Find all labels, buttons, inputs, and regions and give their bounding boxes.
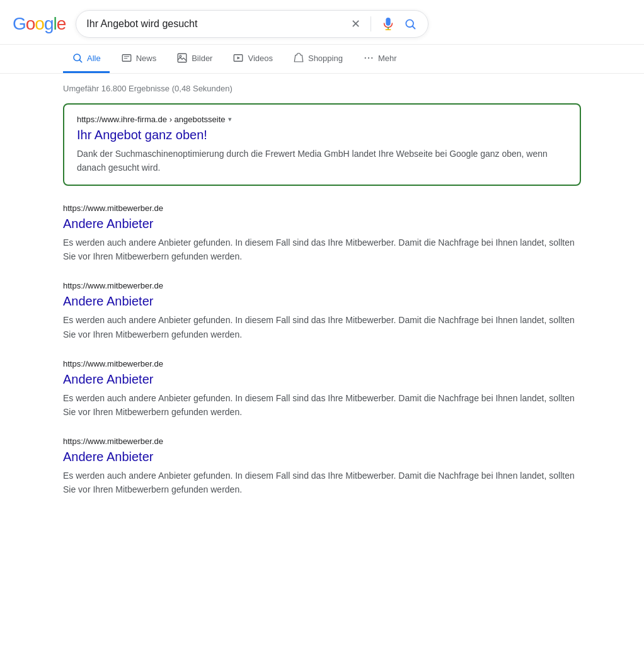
search-submit-button[interactable] xyxy=(403,16,418,31)
nav-tabs: Alle News Bilder Videos xyxy=(0,45,644,74)
result-url-1: https://www.mitbewerber.de xyxy=(63,281,581,290)
svg-rect-2 xyxy=(122,55,131,62)
result-item-0: https://www.mitbewerber.de Andere Anbiet… xyxy=(63,203,581,263)
result-url-0: https://www.mitbewerber.de xyxy=(63,203,581,213)
result-title-1[interactable]: Andere Anbieter xyxy=(63,293,581,309)
bilder-tab-icon xyxy=(176,52,188,64)
url-dropdown-arrow[interactable]: ▾ xyxy=(228,115,232,123)
result-snippet-3: Es werden auch andere Anbieter gefunden.… xyxy=(63,469,581,496)
result-url-3: https://www.mitbewerber.de xyxy=(63,437,581,446)
logo-letter-g2: g xyxy=(44,14,54,34)
logo-letter-g: G xyxy=(13,14,26,34)
tab-videos-label: Videos xyxy=(248,54,273,63)
logo-letter-o1: o xyxy=(26,14,35,34)
logo-letter-o2: o xyxy=(35,14,44,34)
search-icon xyxy=(404,18,417,30)
results-count: Umgefähr 16.800 Ergebnisse (0,48 Sekunde… xyxy=(63,84,581,93)
voice-search-button[interactable] xyxy=(380,16,396,32)
clear-button[interactable]: ✕ xyxy=(350,16,362,32)
featured-result-snippet: Dank der Suchmaschinenoptimierung durch … xyxy=(77,147,567,174)
svg-point-7 xyxy=(365,57,366,59)
logo-letter-e: e xyxy=(57,14,66,34)
svg-point-4 xyxy=(180,55,181,57)
result-url-2: https://www.mitbewerber.de xyxy=(63,359,581,368)
search-input[interactable] xyxy=(86,18,350,30)
header: Google ✕ xyxy=(0,0,644,45)
tab-videos[interactable]: Videos xyxy=(224,45,282,73)
results-area: Umgefähr 16.800 Ergebnisse (0,48 Sekunde… xyxy=(0,74,644,524)
svg-point-8 xyxy=(368,57,369,59)
search-bar: ✕ xyxy=(76,10,428,38)
result-item-1: https://www.mitbewerber.de Andere Anbiet… xyxy=(63,281,581,341)
mehr-tab-icon xyxy=(363,52,374,64)
result-snippet-1: Es werden auch andere Anbieter gefunden.… xyxy=(63,313,581,341)
microphone-icon xyxy=(381,17,395,31)
tab-mehr-label: Mehr xyxy=(378,54,397,63)
search-tab-icon xyxy=(72,52,83,64)
shopping-tab-icon xyxy=(293,52,304,64)
news-tab-icon xyxy=(121,52,132,64)
search-bar-icons: ✕ xyxy=(350,16,418,32)
featured-result: https://www.ihre-firma.de › angebotsseit… xyxy=(63,103,581,186)
tab-mehr[interactable]: Mehr xyxy=(354,45,406,73)
result-title-0[interactable]: Andere Anbieter xyxy=(63,215,581,232)
videos-tab-icon xyxy=(233,52,244,64)
result-item-3: https://www.mitbewerber.de Andere Anbiet… xyxy=(63,437,581,496)
svg-rect-3 xyxy=(178,54,187,62)
result-title-3[interactable]: Andere Anbieter xyxy=(63,448,581,465)
tab-alle[interactable]: Alle xyxy=(63,45,110,73)
result-snippet-0: Es werden auch andere Anbieter gefunden.… xyxy=(63,236,581,263)
tab-news[interactable]: News xyxy=(112,45,166,73)
result-title-2[interactable]: Andere Anbieter xyxy=(63,371,581,387)
result-snippet-2: Es werden auch andere Anbieter gefunden.… xyxy=(63,391,581,419)
tab-shopping-label: Shopping xyxy=(308,54,343,63)
search-bar-divider xyxy=(371,16,371,31)
svg-marker-6 xyxy=(238,57,241,60)
google-logo[interactable]: Google xyxy=(13,14,66,34)
tab-bilder[interactable]: Bilder xyxy=(168,45,221,73)
svg-point-9 xyxy=(371,57,372,59)
tab-bilder-label: Bilder xyxy=(192,54,212,63)
featured-result-title[interactable]: Ihr Angebot ganz oben! xyxy=(77,127,567,143)
tab-shopping[interactable]: Shopping xyxy=(284,45,352,73)
tab-news-label: News xyxy=(136,54,157,63)
featured-result-url: https://www.ihre-firma.de › angebotsseit… xyxy=(77,115,567,124)
result-item-2: https://www.mitbewerber.de Andere Anbiet… xyxy=(63,359,581,419)
tab-alle-label: Alle xyxy=(87,54,101,63)
